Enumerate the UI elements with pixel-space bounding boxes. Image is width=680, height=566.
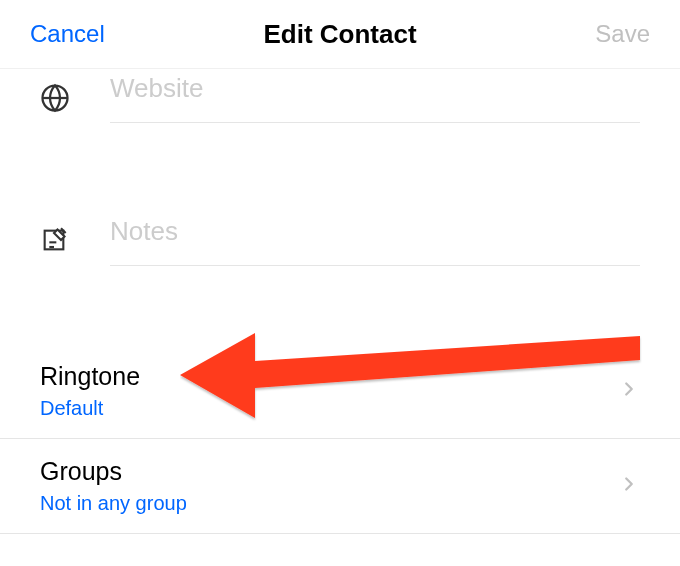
groups-label: Groups: [40, 457, 187, 486]
website-field-row[interactable]: Website: [0, 69, 680, 137]
groups-value: Not in any group: [40, 492, 187, 515]
notes-input[interactable]: Notes: [110, 216, 640, 266]
groups-row[interactable]: Groups Not in any group: [0, 439, 680, 534]
notes-field-row[interactable]: Notes: [0, 212, 680, 284]
groups-text: Groups Not in any group: [40, 457, 187, 515]
ringtone-value: Default: [40, 397, 140, 420]
cancel-button[interactable]: Cancel: [30, 20, 105, 48]
ringtone-row[interactable]: Ringtone Default: [0, 344, 680, 439]
save-button[interactable]: Save: [595, 20, 650, 48]
chevron-right-icon: [618, 473, 640, 499]
header-bar: Cancel Edit Contact Save: [0, 0, 680, 69]
website-input[interactable]: Website: [110, 73, 640, 123]
ringtone-text: Ringtone Default: [40, 362, 140, 420]
ringtone-label: Ringtone: [40, 362, 140, 391]
page-title: Edit Contact: [263, 19, 416, 50]
globe-icon: [40, 83, 70, 113]
notes-icon: [40, 226, 70, 256]
notes-placeholder: Notes: [110, 216, 640, 247]
content-area: Website Notes Ringtone Default: [0, 69, 680, 534]
chevron-right-icon: [618, 378, 640, 404]
website-placeholder: Website: [110, 73, 640, 104]
